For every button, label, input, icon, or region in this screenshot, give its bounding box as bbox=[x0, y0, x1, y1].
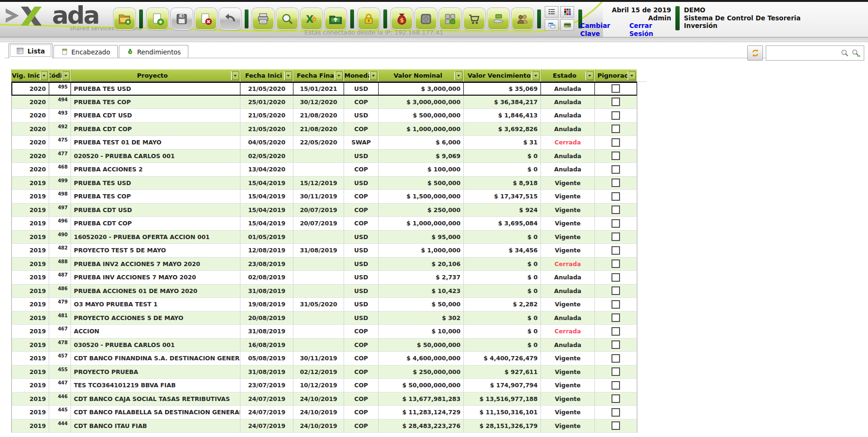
cell-codigo[interactable]: 477 bbox=[49, 150, 71, 163]
cell-moneda[interactable]: COP bbox=[344, 204, 379, 217]
cell-proyecto[interactable]: PRUEBA INV2 ACCIONES 7 MAYO 2020 bbox=[71, 258, 240, 271]
cell-pignorado[interactable] bbox=[595, 96, 637, 109]
cell-codigo[interactable]: 445 bbox=[49, 406, 71, 419]
cell-estado[interactable]: Vigente bbox=[541, 406, 595, 419]
cell-moneda[interactable]: SWAP bbox=[344, 136, 379, 150]
cell-vigencia[interactable]: 2020 bbox=[11, 82, 49, 96]
cell-codigo[interactable]: 493 bbox=[49, 109, 71, 123]
cell-fecha-inicial[interactable]: 24/07/2019 bbox=[240, 392, 293, 406]
cell-codigo[interactable]: 457 bbox=[49, 352, 71, 366]
search-input[interactable] bbox=[769, 49, 839, 57]
cell-valor-nominal[interactable]: $ 50,000,000 bbox=[379, 339, 464, 352]
cell-estado[interactable]: Vigente bbox=[541, 392, 595, 406]
table-row[interactable]: 2019498PRUEBA TES COP15/04/201930/11/201… bbox=[11, 190, 641, 204]
cell-valor-nominal[interactable]: $ 500,000,000 bbox=[379, 109, 464, 123]
cell-valor-nominal[interactable]: $ 2,737 bbox=[379, 271, 464, 285]
cell-estado[interactable]: Anulada bbox=[541, 82, 595, 96]
cell-valor-vencimiento[interactable]: $ 0 bbox=[464, 231, 541, 244]
cell-proyecto[interactable]: PRUEBA ACCIONES 2 bbox=[71, 163, 240, 177]
cell-valor-vencimiento[interactable]: $ 8,918 bbox=[464, 177, 541, 190]
cell-valor-vencimiento[interactable]: $ 1,846,413 bbox=[464, 109, 541, 123]
cell-estado[interactable]: Cerrada bbox=[541, 325, 595, 339]
table-row[interactable]: 2019497PRUEBA CDT USD15/04/201920/07/201… bbox=[11, 204, 641, 217]
column-header-0[interactable]: Vig. Inici bbox=[11, 69, 49, 82]
cell-pignorado[interactable] bbox=[595, 123, 637, 136]
cell-fecha-inicial[interactable]: 25/01/2020 bbox=[240, 96, 293, 109]
cell-vigencia[interactable]: 2019 bbox=[11, 339, 49, 352]
column-filter-button[interactable] bbox=[629, 71, 636, 80]
cell-pignorado[interactable] bbox=[595, 217, 637, 231]
pignorado-checkbox[interactable] bbox=[611, 421, 620, 430]
cell-valor-vencimiento[interactable]: $ 0 bbox=[464, 258, 541, 271]
table-row[interactable]: 2019457CDT BANCO FINANDINA S.A. DESTINAC… bbox=[11, 352, 641, 366]
pignorado-checkbox[interactable] bbox=[611, 313, 620, 322]
cell-fecha-final[interactable] bbox=[293, 258, 344, 271]
cell-valor-nominal[interactable]: $ 3,000,000,000 bbox=[379, 96, 464, 109]
cell-fecha-inicial[interactable]: 04/05/2020 bbox=[240, 136, 293, 150]
cell-vigencia[interactable]: 2020 bbox=[11, 150, 49, 163]
pignorado-checkbox[interactable] bbox=[611, 381, 620, 390]
pignorado-checkbox[interactable] bbox=[611, 300, 620, 309]
delete-document-button[interactable] bbox=[195, 8, 217, 30]
cell-pignorado[interactable] bbox=[595, 231, 637, 244]
cell-estado[interactable]: Anulada bbox=[541, 271, 595, 285]
cell-proyecto[interactable]: ACCION bbox=[71, 325, 240, 339]
table-row[interactable]: 2020475PRUEBA TEST 01 DE MAYO04/05/20202… bbox=[11, 136, 641, 150]
cell-pignorado[interactable] bbox=[595, 285, 637, 298]
cell-proyecto[interactable]: 030520 - PRUEBA CARLOS 001 bbox=[71, 339, 240, 352]
cell-pignorado[interactable] bbox=[595, 312, 637, 325]
cell-fecha-final[interactable] bbox=[293, 339, 344, 352]
cell-moneda[interactable]: COP bbox=[344, 406, 379, 419]
cell-codigo[interactable]: 487 bbox=[49, 271, 71, 285]
cell-pignorado[interactable] bbox=[595, 379, 637, 392]
cell-pignorado[interactable] bbox=[595, 392, 637, 406]
cell-moneda[interactable]: USD bbox=[344, 244, 379, 258]
tab-lista[interactable]: Lista bbox=[9, 43, 53, 58]
preview-button[interactable] bbox=[276, 8, 298, 30]
cell-vigencia[interactable]: 2019 bbox=[11, 392, 49, 406]
cell-moneda[interactable]: USD bbox=[344, 109, 379, 123]
table-row[interactable]: 201949016052020 - PRUEBA OFERTA ACCION 0… bbox=[11, 231, 641, 244]
pignorado-checkbox[interactable] bbox=[611, 259, 620, 268]
column-filter-button[interactable] bbox=[41, 71, 48, 80]
import-folder-button[interactable] bbox=[325, 8, 346, 30]
cell-fecha-inicial[interactable]: 02/08/2019 bbox=[240, 271, 293, 285]
cell-proyecto[interactable]: PRUEBA ACCIONES 01 DE MAYO 2020 bbox=[71, 285, 240, 298]
column-filter-button[interactable] bbox=[370, 71, 377, 80]
pignorado-checkbox[interactable] bbox=[611, 394, 620, 403]
pignorado-checkbox[interactable] bbox=[611, 205, 620, 214]
undo-button[interactable] bbox=[219, 8, 241, 30]
cell-proyecto[interactable]: 16052020 - PRUEBA OFERTA ACCION 001 bbox=[71, 231, 240, 244]
cell-proyecto[interactable]: PRUEBA TES USD bbox=[71, 177, 240, 190]
cell-valor-vencimiento[interactable]: $ 0 bbox=[464, 339, 541, 352]
cell-fecha-final[interactable]: 15/12/2019 bbox=[293, 177, 344, 190]
table-row[interactable]: 2019455PROYECTO PRUEBA31/08/201902/12/20… bbox=[11, 366, 641, 379]
cell-fecha-final[interactable]: 24/10/2019 bbox=[293, 406, 344, 419]
column-filter-button[interactable] bbox=[455, 71, 462, 80]
pignorado-checkbox[interactable] bbox=[611, 152, 620, 160]
column-filter-button[interactable] bbox=[285, 71, 292, 80]
money-bag-button[interactable]: $ bbox=[391, 8, 413, 30]
table-row[interactable]: 2019496PRUEBA CDT COP15/04/201920/07/201… bbox=[11, 217, 641, 231]
cell-valor-nominal[interactable]: $ 10,423 bbox=[379, 285, 464, 298]
table-row[interactable]: 2019478030520 - PRUEBA CARLOS 00116/08/2… bbox=[11, 339, 641, 352]
cell-valor-nominal[interactable]: $ 250,000,000 bbox=[379, 366, 464, 379]
cell-pignorado[interactable] bbox=[595, 258, 637, 271]
column-header-4[interactable]: Fecha Fina bbox=[293, 69, 344, 82]
cell-vigencia[interactable]: 2019 bbox=[11, 325, 49, 339]
cell-fecha-final[interactable]: 24/10/2019 bbox=[293, 419, 344, 433]
cell-moneda[interactable]: COP bbox=[344, 163, 379, 177]
cell-vigencia[interactable]: 2019 bbox=[11, 312, 49, 325]
cell-vigencia[interactable]: 2019 bbox=[11, 379, 49, 392]
cell-moneda[interactable]: COP bbox=[344, 419, 379, 433]
cell-estado[interactable]: Cerrada bbox=[541, 136, 595, 150]
cell-vigencia[interactable]: 2019 bbox=[11, 231, 49, 244]
cell-pignorado[interactable] bbox=[595, 163, 637, 177]
cell-fecha-final[interactable]: 30/11/2019 bbox=[293, 352, 344, 366]
pignorado-checkbox[interactable] bbox=[611, 178, 620, 187]
cell-valor-nominal[interactable]: $ 6,000 bbox=[379, 136, 464, 150]
table-row[interactable]: 2019446CDT BANCO CAJA SOCIAL TASAS RETRI… bbox=[11, 392, 641, 406]
cell-pignorado[interactable] bbox=[595, 298, 637, 312]
cell-estado[interactable]: Vigente bbox=[541, 366, 595, 379]
table-row[interactable]: 2019482PROYECTO TEST 5 DE MAYO12/08/2019… bbox=[11, 244, 641, 258]
